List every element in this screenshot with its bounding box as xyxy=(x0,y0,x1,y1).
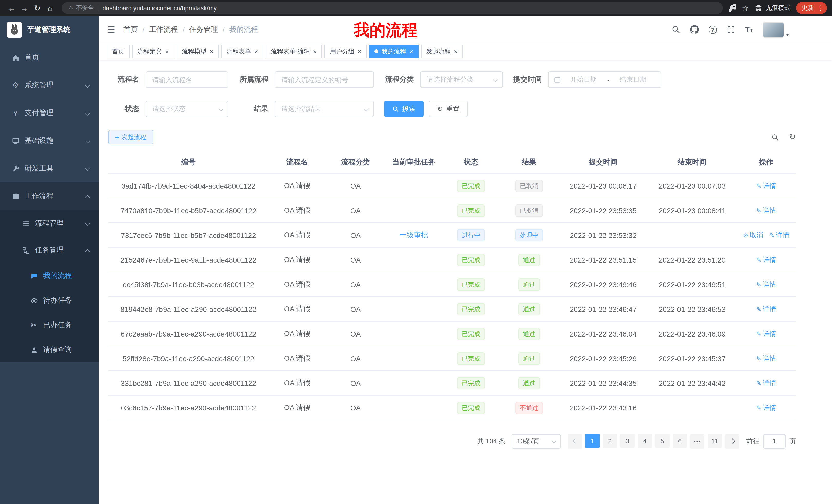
pagination-next-button[interactable] xyxy=(725,434,739,448)
goto-page-input[interactable] xyxy=(763,434,786,448)
date-range-picker[interactable]: 开始日期 - 结束日期 xyxy=(548,72,661,88)
status-select[interactable]: 请选择状态 xyxy=(146,101,228,117)
url-text: dashboard.yudao.iocoder.cn/bpm/task/my xyxy=(103,4,217,11)
pagination-more[interactable]: ••• xyxy=(690,434,704,449)
bookmark-star-icon[interactable]: ☆ xyxy=(742,4,749,12)
plus-icon: + xyxy=(115,133,119,141)
sidebar-item-workflow[interactable]: 工作流程 xyxy=(0,183,99,210)
detail-action-link[interactable]: ✎详情 xyxy=(756,403,776,412)
search-icon[interactable] xyxy=(671,25,680,34)
tab-start-process[interactable]: 发起流程× xyxy=(421,45,463,58)
close-icon[interactable]: × xyxy=(409,48,413,55)
breadcrumb-home[interactable]: 首页 xyxy=(123,25,138,34)
current-task-link[interactable]: 一级审批 xyxy=(399,230,428,239)
github-icon[interactable] xyxy=(690,25,699,34)
sidebar-item-infrastructure[interactable]: 基础设施 xyxy=(0,127,99,155)
result-tag: 已取消 xyxy=(515,204,543,217)
tab-process-form[interactable]: 流程表单× xyxy=(221,45,263,58)
close-icon[interactable]: × xyxy=(454,48,458,55)
tab-process-model[interactable]: 流程模型× xyxy=(177,45,218,58)
detail-action-link[interactable]: ✎详情 xyxy=(756,329,776,338)
chevron-down-icon xyxy=(219,105,223,113)
start-process-button[interactable]: + 发起流程 xyxy=(108,130,153,144)
browser-home-button[interactable]: ⌂ xyxy=(44,2,57,15)
cell-category: OA xyxy=(326,173,385,198)
detail-action-link[interactable]: ✎详情 xyxy=(756,379,776,388)
toggle-search-icon[interactable] xyxy=(771,133,779,141)
status-tag: 进行中 xyxy=(457,229,485,241)
browser-refresh-button[interactable]: ↻ xyxy=(31,2,44,15)
cell-submit-time: 2022-01-22 23:46:04 xyxy=(558,321,648,346)
application-window: ← → ↻ ⌂ ⚠ 不安全 dashboard.yudao.iocoder.cn… xyxy=(0,0,832,504)
cell-actions: ✎详情 xyxy=(736,371,796,395)
app-logo[interactable]: 芋道管理系统 xyxy=(0,16,99,44)
address-bar[interactable]: ⚠ 不安全 dashboard.yudao.iocoder.cn/bpm/tas… xyxy=(62,2,723,14)
sidebar-item-payment[interactable]: ¥ 支付管理 xyxy=(0,99,99,127)
process-name-input[interactable] xyxy=(146,72,228,88)
password-key-icon[interactable] xyxy=(728,4,736,12)
tab-user-group[interactable]: 用户分组× xyxy=(325,45,367,58)
close-icon[interactable]: × xyxy=(254,48,258,55)
column-header-submit-time: 提交时间 xyxy=(558,151,648,173)
pagination-page-6[interactable]: 6 xyxy=(673,433,687,448)
cell-end-time: 2022-01-22 23:51:20 xyxy=(648,247,736,272)
search-button[interactable]: 搜索 xyxy=(384,101,424,117)
browser-update-button[interactable]: 更新 ⋮ xyxy=(796,2,827,14)
sidebar-item-my-processes[interactable]: 我的流程 xyxy=(0,263,99,288)
browser-back-button[interactable]: ← xyxy=(5,2,18,15)
help-icon[interactable]: ? xyxy=(708,25,717,34)
sidebar-item-pending-tasks[interactable]: 待办任务 xyxy=(0,288,99,313)
user-menu[interactable]: ▾ xyxy=(762,22,789,37)
breadcrumb-workflow[interactable]: 工作流程 xyxy=(149,25,178,34)
pagination-page-2[interactable]: 2 xyxy=(603,433,617,448)
detail-action-link[interactable]: ✎详情 xyxy=(756,255,776,264)
pagination-page-3[interactable]: 3 xyxy=(620,433,634,448)
browser-menu-icon[interactable]: ⋮ xyxy=(817,5,824,11)
pagination-page-11[interactable]: 11 xyxy=(707,433,722,448)
hamburger-icon[interactable]: ☰ xyxy=(107,24,115,35)
close-icon[interactable]: × xyxy=(313,48,317,55)
sidebar-item-devtools[interactable]: 研发工具 xyxy=(0,155,99,183)
reset-button[interactable]: ↻ 重置 xyxy=(429,101,468,117)
sidebar-item-home[interactable]: 首页 xyxy=(0,44,99,72)
detail-action-link[interactable]: ✎详情 xyxy=(756,304,776,314)
detail-action-link[interactable]: ✎详情 xyxy=(756,206,776,215)
category-select[interactable]: 请选择流程分类 xyxy=(420,72,503,88)
close-icon[interactable]: × xyxy=(358,48,362,55)
pagination-page-5[interactable]: 5 xyxy=(655,433,670,448)
tab-my-processes[interactable]: 我的流程× xyxy=(369,45,418,58)
status-tag: 已完成 xyxy=(457,303,485,315)
sidebar-item-done-tasks[interactable]: ✂ 已办任务 xyxy=(0,313,99,338)
result-placeholder: 请选择流结果 xyxy=(281,104,321,114)
result-select[interactable]: 请选择流结果 xyxy=(275,101,374,117)
main-area: ☰ 首页 / 工作流程 / 任务管理 / 我的流程 ? TT xyxy=(99,16,832,504)
sidebar-item-system[interactable]: ⚙ 系统管理 xyxy=(0,72,99,99)
result-label: 结果 xyxy=(239,104,268,114)
page-size-select[interactable]: 10条/页 xyxy=(512,434,561,448)
detail-action-link[interactable]: ✎详情 xyxy=(756,354,776,363)
tab-process-definition[interactable]: 流程定义× xyxy=(132,45,174,58)
refresh-table-icon[interactable]: ↻ xyxy=(789,133,796,141)
tab-home[interactable]: 首页 xyxy=(107,45,130,58)
sidebar-item-task-management[interactable]: 任务管理 xyxy=(0,237,99,263)
detail-action-link[interactable]: ✎详情 xyxy=(756,280,776,289)
pagination-page-1[interactable]: 1 xyxy=(585,433,600,448)
owner-process-input[interactable] xyxy=(275,72,374,88)
fullscreen-icon[interactable] xyxy=(726,25,735,34)
tab-process-form-edit[interactable]: 流程表单-编辑× xyxy=(266,45,322,58)
browser-forward-button[interactable]: → xyxy=(18,2,31,15)
detail-action-link[interactable]: ✎详情 xyxy=(756,181,776,190)
result-tag: 不通过 xyxy=(515,401,543,414)
breadcrumb-task-management[interactable]: 任务管理 xyxy=(189,25,218,34)
sidebar-item-leave-query[interactable]: 请假查询 xyxy=(0,338,99,362)
pagination-page-4[interactable]: 4 xyxy=(638,433,652,448)
sidebar-item-process-management[interactable]: 流程管理 xyxy=(0,210,99,237)
cell-process-name: OA 请假 xyxy=(268,395,326,420)
pagination-prev-button[interactable] xyxy=(568,434,582,448)
close-icon[interactable]: × xyxy=(165,48,169,55)
font-size-icon[interactable]: TT xyxy=(745,25,753,34)
detail-action-link[interactable]: ✎详情 xyxy=(769,230,789,240)
close-icon[interactable]: × xyxy=(210,48,213,55)
cancel-action-link[interactable]: ⊘取消 xyxy=(743,230,763,240)
cell-process-id: 7317cec6-7b9b-11ec-b5b7-acde48001122 xyxy=(108,223,268,247)
